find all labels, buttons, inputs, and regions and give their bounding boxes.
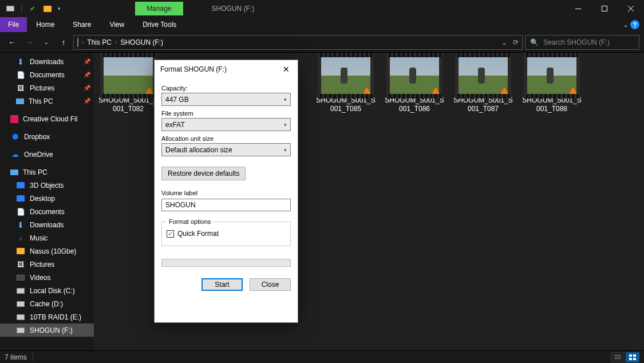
- back-button[interactable]: ←: [5, 35, 19, 50]
- search-input[interactable]: 🔍 Search SHOGUN (F:): [525, 35, 639, 50]
- allocation-select[interactable]: Default allocation size▾: [161, 143, 291, 156]
- sidebar-item-label: Pictures: [30, 261, 54, 269]
- vlc-cone-icon: [567, 87, 579, 97]
- quick-access-toolbar: | ✔ ▾: [0, 4, 66, 13]
- help-icon[interactable]: ?: [630, 20, 639, 29]
- window-title: SHOGUN (F:): [212, 5, 255, 13]
- file-thumbnail[interactable]: SHOGUM_S001_S001_T085: [317, 57, 374, 113]
- video-thumbnail-icon: [318, 57, 374, 94]
- svg-rect-8: [633, 354, 636, 357]
- dropbox-icon: ⬢: [10, 132, 19, 141]
- volume-label-input[interactable]: [161, 199, 291, 211]
- sidebar-item-10tb-raid1-e-[interactable]: 10TB RAID1 (E:): [0, 310, 94, 323]
- file-thumbnail[interactable]: SHOGUM_S001_S001_T082: [100, 57, 157, 113]
- sidebar-item-pictures-quick[interactable]: 🖼Pictures📌: [0, 81, 94, 94]
- maximize-button[interactable]: [591, 0, 618, 17]
- svg-rect-1: [602, 6, 607, 11]
- svg-rect-5: [614, 357, 621, 357]
- breadcrumb-dropdown-icon[interactable]: ⌄: [501, 38, 507, 46]
- file-thumbnail[interactable]: SHOGUM_S001_S001_T086: [386, 57, 443, 113]
- tab-view[interactable]: View: [100, 17, 133, 32]
- sidebar-item-label: This PC: [29, 97, 53, 105]
- sidebar-item-this-pc[interactable]: This PC: [0, 165, 94, 179]
- sidebar-item-label: OneDrive: [24, 151, 53, 159]
- start-button[interactable]: Start: [202, 278, 243, 291]
- pin-icon: 📌: [84, 58, 90, 65]
- drive-icon: [16, 326, 25, 335]
- restore-defaults-button[interactable]: Restore device defaults: [161, 167, 246, 180]
- vlc-cone-icon: [430, 87, 441, 97]
- format-dialog: Format SHOGUN (F:) ✕ Capacity: 447 GB▾ F…: [154, 60, 298, 323]
- pin-icon: 📌: [84, 72, 90, 78]
- sidebar-item-label: Local Disk (C:): [30, 287, 75, 295]
- sidebar-item-shogun-f-[interactable]: SHOGUN (F:): [0, 323, 94, 337]
- properties-icon[interactable]: ✔: [28, 4, 37, 13]
- sidebar: ⬇Downloads📌 📄Documents📌 🖼Pictures📌 This …: [0, 53, 94, 363]
- sidebar-item-documents[interactable]: 📄Documents: [0, 205, 94, 218]
- tab-share[interactable]: Share: [64, 17, 100, 32]
- forward-button[interactable]: →: [22, 35, 37, 50]
- ribbon-collapse-icon[interactable]: ⌄: [623, 22, 628, 28]
- sidebar-item-music[interactable]: ♪Music: [0, 231, 94, 244]
- refresh-icon[interactable]: ⟳: [513, 38, 519, 46]
- checkbox-checked-icon: ✓: [167, 230, 174, 238]
- close-dialog-button[interactable]: Close: [250, 278, 291, 291]
- sidebar-item-label: This PC: [23, 168, 48, 176]
- qat-dropdown-icon[interactable]: ▾: [58, 6, 61, 11]
- new-folder-icon[interactable]: [43, 4, 52, 13]
- file-tab[interactable]: File: [0, 17, 27, 32]
- svg-rect-0: [575, 9, 581, 9]
- sidebar-item-cache-d-[interactable]: Cache (D:): [0, 297, 94, 310]
- sidebar-item-documents-quick[interactable]: 📄Documents📌: [0, 68, 94, 81]
- sidebar-item-thispc-quick[interactable]: This PC📌: [0, 94, 94, 108]
- manage-contextual-tab[interactable]: Manage: [135, 2, 183, 15]
- sidebar-item-label: Desktop: [30, 195, 55, 203]
- file-thumbnail[interactable]: SHOGUM_S001_S001_T088: [523, 57, 580, 113]
- quick-format-checkbox[interactable]: ✓ Quick Format: [167, 230, 286, 238]
- sidebar-item-downloads-quick[interactable]: ⬇Downloads📌: [0, 55, 94, 68]
- sidebar-item-label: Music: [30, 234, 48, 242]
- sidebar-item-videos[interactable]: Videos: [0, 271, 94, 284]
- sidebar-item-local-disk-c-[interactable]: Local Disk (C:): [0, 284, 94, 297]
- dialog-close-button[interactable]: ✕: [280, 64, 292, 75]
- filesystem-select[interactable]: exFAT▾: [161, 118, 291, 131]
- drive-icon: [16, 313, 25, 322]
- title-bar: | ✔ ▾ Manage SHOGUN (F:): [0, 0, 644, 17]
- chevron-right-icon[interactable]: ›: [115, 39, 117, 45]
- video-icon: [16, 273, 25, 282]
- breadcrumb-root[interactable]: This PC: [87, 38, 112, 46]
- sidebar-item-label: Pictures: [30, 84, 54, 92]
- sidebar-item-label: Dropbox: [24, 133, 50, 141]
- item-count: 7 items: [5, 353, 27, 361]
- tab-drive-tools[interactable]: Drive Tools: [133, 17, 185, 32]
- chevron-right-icon[interactable]: ›: [82, 39, 84, 45]
- close-button[interactable]: [618, 0, 644, 17]
- sidebar-item-3d-objects[interactable]: 3D Objects: [0, 179, 94, 192]
- sidebar-item-dropbox[interactable]: ⬢Dropbox: [0, 130, 94, 143]
- cloud-icon: ☁: [10, 150, 19, 159]
- tab-home[interactable]: Home: [27, 17, 64, 32]
- ribbon-tabs: File Home Share View Drive Tools ⌄ ?: [0, 17, 644, 32]
- details-view-button[interactable]: [611, 352, 625, 362]
- up-button[interactable]: ↑: [56, 35, 71, 50]
- sidebar-item-onedrive[interactable]: ☁OneDrive: [0, 148, 94, 161]
- pin-icon: 📌: [84, 98, 90, 104]
- drive-icon: [16, 299, 25, 309]
- sidebar-item-desktop[interactable]: Desktop: [0, 192, 94, 205]
- capacity-select[interactable]: 447 GB▾: [161, 93, 291, 106]
- recent-dropdown[interactable]: ⌄: [39, 35, 54, 50]
- sidebar-item-label: SHOGUN (F:): [30, 326, 73, 334]
- thumbnail-view-button[interactable]: [626, 352, 639, 362]
- sidebar-item-pictures[interactable]: 🖼Pictures: [0, 258, 94, 271]
- file-thumbnail[interactable]: SHOGUM_S001_S001_T087: [455, 57, 512, 113]
- breadcrumb[interactable]: › This PC › SHOGUN (F:) ⌄ ⟳: [73, 35, 523, 50]
- minimize-button[interactable]: [565, 0, 591, 17]
- pc-icon: [10, 169, 18, 175]
- allocation-value: Default allocation size: [165, 146, 232, 154]
- sidebar-item-downloads[interactable]: ⬇Downloads: [0, 218, 94, 231]
- capacity-value: 447 GB: [165, 96, 189, 104]
- sidebar-item-nasus-10gbe-[interactable]: Nasus (10Gbe): [0, 244, 94, 258]
- sidebar-item-creative-cloud[interactable]: Creative Cloud Fil: [0, 112, 94, 125]
- breadcrumb-current[interactable]: SHOGUN (F:): [120, 38, 163, 46]
- qat-separator: |: [21, 5, 22, 13]
